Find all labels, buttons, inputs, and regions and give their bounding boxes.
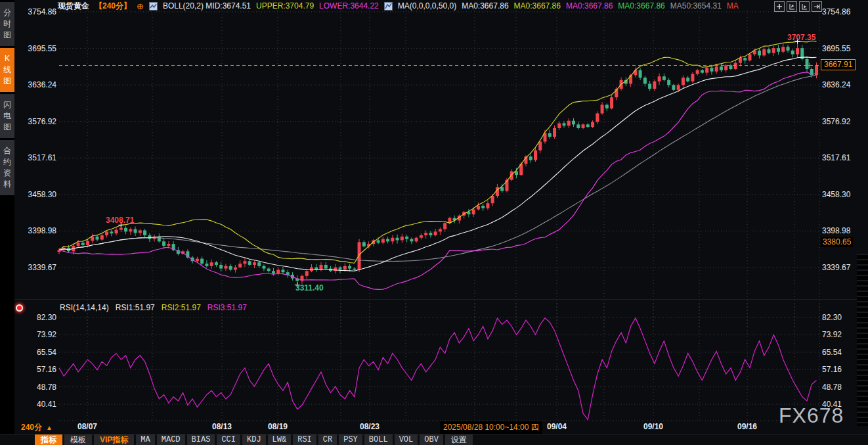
- sidebar-tab-char: 资: [3, 168, 11, 179]
- boll-lower-line: [59, 72, 817, 289]
- sidebar-tab-char: 分: [3, 7, 11, 18]
- ma-value: MA0:3667.86: [514, 1, 561, 11]
- ma-value: MA0:3667.86: [566, 1, 613, 11]
- rsi3-value: RSI3:51.97: [207, 303, 247, 312]
- price-axis-left: 3754.863695.553636.243576.923517.613458.…: [17, 0, 56, 434]
- price-axis-label: 3458.30: [822, 190, 850, 199]
- rsi-title: RSI(14,14,14): [60, 303, 109, 312]
- toolbar-button-13[interactable]: VOL: [395, 434, 418, 445]
- x-axis-date: 09/16: [737, 422, 757, 431]
- sidebar-tab-char: 闪: [3, 99, 11, 110]
- add-indicator-icon[interactable]: ⊕: [137, 1, 144, 11]
- sidebar-tab-char: 图: [3, 76, 11, 87]
- x-axis-row: 240分▲ 2025/08/28 10:00~14:00 四 08/0708/1…: [0, 421, 868, 434]
- left-sidebar: 分时图K线图闪电图合约资料: [0, 0, 14, 445]
- ma-value: MA0:3667.86: [462, 1, 508, 11]
- price-axis-label: 3398.98: [28, 226, 56, 235]
- rsi-axis-label: 65.54: [37, 348, 56, 357]
- toolbar-button-12[interactable]: BOLL: [364, 434, 393, 445]
- swing-low-label: 3311.40: [295, 283, 324, 293]
- reference-price-tag: 3380.65: [821, 237, 853, 247]
- sidebar-tab-char: K: [5, 53, 10, 64]
- boll-indicator-icon[interactable]: [149, 2, 158, 11]
- current-price-tag: 3667.91: [821, 59, 856, 70]
- ma-group-label: MA(0,0,0,0,50,0): [398, 1, 456, 11]
- toolbar-button-0[interactable]: 指标: [35, 434, 62, 445]
- datetime-tooltip: 2025/08/28 10:00~14:00 四: [440, 421, 542, 434]
- toolbar-button-3[interactable]: MA: [136, 434, 154, 445]
- toolbar-button-8[interactable]: LW&: [268, 434, 292, 445]
- goto-latest-icon[interactable]: [812, 1, 822, 12]
- scale-axes-icon[interactable]: [787, 1, 797, 12]
- toolbar-button-4[interactable]: MACD: [157, 434, 185, 445]
- ma-values: MA0:3667.86MA0:3667.86MA0:3667.86MA0:366…: [462, 1, 739, 11]
- chart-header: 现货黄金 【240分】 ⊕ BOLL(20,2) MID:3674.51 UPP…: [14, 0, 868, 12]
- ma-value: MA: [727, 1, 739, 11]
- toolbar-button-10[interactable]: CR: [318, 434, 337, 445]
- toolbar-button-6[interactable]: CCI: [217, 434, 240, 445]
- panel-divider: [14, 299, 868, 300]
- x-axis-date: 08/07: [77, 422, 97, 431]
- price-axis-label: 3398.98: [822, 226, 850, 235]
- sidebar-tab-char: 合: [3, 145, 11, 156]
- toolbar-button-7[interactable]: KDJ: [242, 434, 266, 445]
- price-axis-label: 3517.61: [822, 153, 850, 162]
- sidebar-tab-合约资料[interactable]: 合约资料: [0, 140, 14, 195]
- sidebar-tab-闪电图[interactable]: 闪电图: [0, 94, 14, 138]
- rsi-axis-label: 73.92: [822, 330, 842, 339]
- sidebar-tab-char: 料: [3, 179, 11, 190]
- rsi-axis-label: 57.16: [822, 365, 842, 374]
- rsi-axis-label: 82.30: [37, 313, 56, 322]
- toolbar-button-11[interactable]: PSY: [339, 434, 362, 445]
- sidebar-tab-K线图[interactable]: K线图: [0, 48, 14, 92]
- x-axis-date: 08/13: [212, 422, 232, 431]
- x-axis-date: 08/19: [268, 422, 288, 431]
- dropdown-arrow-icon: ▲: [46, 424, 53, 431]
- price-axis-label: 3695.55: [28, 44, 56, 53]
- swing-high-label: 3408.71: [106, 216, 134, 225]
- sidebar-tab-char: 线: [3, 64, 11, 76]
- trading-app: 分时图K线图闪电图合约资料 现货黄金 【240分】 ⊕ BOLL(20,2) M…: [0, 0, 868, 445]
- rsi-axis-label: 40.41: [37, 400, 56, 409]
- rsi-axis-label: 48.78: [822, 383, 842, 392]
- rsi-axis-label: 82.30: [822, 313, 842, 322]
- x-axis-date: 09/10: [643, 422, 663, 431]
- indicator-settings-icon[interactable]: [16, 304, 23, 312]
- price-axis-label: 3517.61: [28, 153, 56, 162]
- ma50-line: [59, 75, 817, 262]
- grid-plus-icon[interactable]: [774, 1, 785, 12]
- price-axis-label: 3636.24: [822, 80, 850, 89]
- toolbar-button-5[interactable]: BIAS: [187, 434, 215, 445]
- x-axis-date: 09/04: [547, 422, 567, 431]
- symbol-name: 现货黄金: [58, 1, 89, 12]
- boll-lower-value: LOWER:3644.22: [319, 1, 379, 11]
- indicator-toolbar: 指标模板VIP指标MAMACDBIASCCIKDJLW&RSICRPSYBOLL…: [0, 434, 868, 445]
- timeframe-button[interactable]: 240分▲: [21, 422, 53, 433]
- boll-values: BOLL(20,2) MID:3674.51: [163, 1, 251, 11]
- sidebar-tab-char: 时: [3, 18, 11, 30]
- auto-scroll-icon[interactable]: [799, 1, 810, 12]
- rsi-header: RSI(14,14,14) RSI1:51.97 RSI2:51.97 RSI3…: [16, 302, 247, 313]
- sidebar-tab-分时图[interactable]: 分时图: [0, 2, 14, 46]
- toolbar-button-15[interactable]: 设置: [445, 434, 473, 445]
- price-axis-label: 3695.55: [822, 44, 850, 53]
- ma-value: MA50:3654.31: [670, 1, 722, 11]
- sidebar-tab-char: 电: [3, 110, 11, 122]
- x-axis-date: 08/23: [360, 422, 380, 431]
- boll-upper-line: [59, 41, 817, 263]
- rsi-axis-label: 57.16: [37, 365, 56, 374]
- price-axis-label: 3339.67: [28, 263, 56, 272]
- toolbar-button-14[interactable]: OBV: [420, 434, 443, 445]
- price-axis-label: 3636.24: [28, 80, 56, 89]
- toolbar-button-2[interactable]: VIP指标: [94, 434, 134, 445]
- sidebar-tab-char: 约: [3, 156, 11, 168]
- peak-high-label: 3707.35: [787, 33, 815, 42]
- toolbar-button-9[interactable]: RSI: [293, 434, 316, 445]
- price-axis-label: 3339.67: [822, 263, 850, 272]
- boll-upper-value: UPPER:3704.79: [256, 1, 314, 11]
- price-axis-label: 3576.92: [822, 117, 850, 126]
- rsi-axis-label: 73.92: [37, 330, 56, 339]
- ma-indicator-icon[interactable]: [384, 2, 393, 11]
- toolbar-button-1[interactable]: 模板: [64, 434, 92, 445]
- timeframe-tag[interactable]: 【240分】: [95, 1, 131, 12]
